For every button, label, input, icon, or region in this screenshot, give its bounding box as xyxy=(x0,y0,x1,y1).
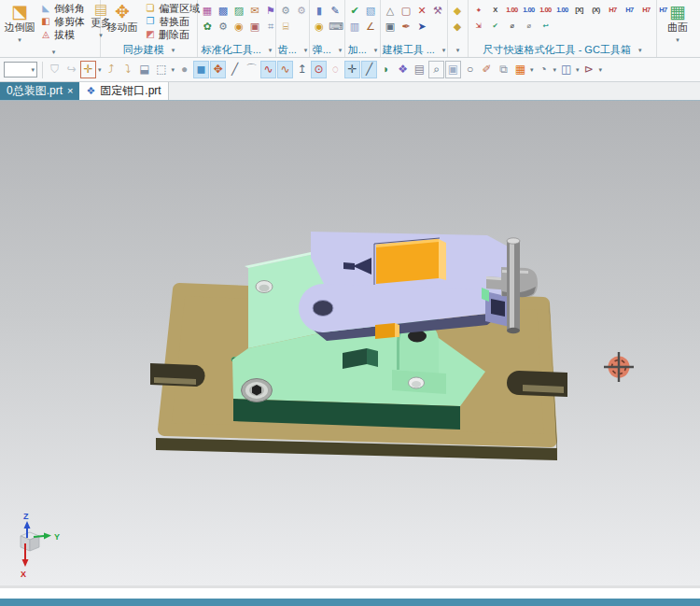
nav-tool-icon[interactable]: ➤ xyxy=(415,20,428,33)
layer-stack-icon[interactable]: ▤ xyxy=(413,62,427,78)
spring-table-icon[interactable]: ⌨ xyxy=(329,20,342,33)
delete-feature-icon[interactable]: ✕ xyxy=(415,4,428,17)
surface-button[interactable]: ▦ 曲面 ▾ xyxy=(659,2,696,46)
std-group-label[interactable]: 标准化工具... ▾ xyxy=(198,43,275,57)
gc-tol-2-icon[interactable]: 1.00 xyxy=(522,4,536,17)
wcs-grid-icon[interactable]: ▦ xyxy=(513,62,527,78)
gc-datum-dim-icon[interactable]: ⌖ xyxy=(471,4,485,17)
extra-group-caret[interactable]: ▾ xyxy=(456,47,460,54)
triangle-mesh-icon[interactable]: △ xyxy=(384,4,397,17)
point-vertical-icon[interactable]: ↥ xyxy=(295,62,309,78)
process-group-label[interactable]: 加... ▾ xyxy=(345,43,380,57)
selection-filter-caret[interactable]: ▾ xyxy=(31,66,35,74)
gear-cylindrical-icon[interactable]: ⚙ xyxy=(279,4,292,17)
snap-point-icon[interactable]: ⛉ xyxy=(48,62,62,78)
std-grid-icon[interactable]: ⌗ xyxy=(264,20,277,33)
snap-arrow-icon[interactable]: ↪ xyxy=(64,62,78,78)
rotate-back-icon[interactable]: ⤵ xyxy=(121,62,135,78)
gc-tol-3-icon[interactable]: 1.00 xyxy=(539,4,553,17)
point-plus-icon[interactable]: ✛ xyxy=(345,62,359,78)
face-fillet-icon[interactable]: ◗ xyxy=(379,62,393,78)
extra-group-label[interactable]: ▾ xyxy=(448,43,468,57)
window-tool-icon[interactable]: ▣ xyxy=(384,20,397,33)
std-export-icon[interactable]: ✉ xyxy=(248,4,261,17)
gear-rack-icon[interactable]: ⌸ xyxy=(279,20,292,33)
edge-blend-button[interactable]: ⬔ 边倒圆 ▾ xyxy=(3,2,36,46)
gc-check-dim-icon[interactable]: ✔ xyxy=(488,20,502,33)
circle-dashed-icon[interactable]: ◌ xyxy=(329,62,343,78)
offset-region-button[interactable]: ❏ 偏置区域 xyxy=(145,2,200,15)
studio-spline-icon[interactable]: ∿ xyxy=(261,62,275,78)
std-coin-icon[interactable]: ◉ xyxy=(232,20,245,33)
gc-fit-h7-b-icon[interactable]: H7 xyxy=(623,4,637,17)
small-window-icon[interactable]: ▢ xyxy=(399,4,413,17)
rotate-up-icon[interactable]: ⤴ xyxy=(105,62,119,78)
std-group-caret[interactable]: ▾ xyxy=(269,47,273,54)
trim-body-button[interactable]: ◧ 修剪体 xyxy=(40,15,85,28)
move-face-button[interactable]: ✥ 移动面 xyxy=(104,2,141,34)
sync-group-caret[interactable]: ▾ xyxy=(172,47,175,54)
gc-group-label[interactable]: 尺寸快速格式化工具 - GC工具箱 ▾ xyxy=(469,43,656,57)
gc-dia-2-icon[interactable]: ⌀ xyxy=(522,20,536,33)
wcs-grid-caret[interactable]: ▾ xyxy=(530,66,534,74)
gc-x-box-icon[interactable]: [X] xyxy=(572,4,586,17)
select-rect-caret[interactable]: ▾ xyxy=(172,66,175,74)
std-plant-icon[interactable]: ✿ xyxy=(201,20,214,33)
replace-face-button[interactable]: ❐ 替换面 xyxy=(145,15,200,28)
std-gear-icon[interactable]: ⚙ xyxy=(217,20,230,33)
erase-sketch-icon[interactable]: ✐ xyxy=(480,62,494,78)
std-frame-icon[interactable]: ▦ xyxy=(201,4,214,17)
move-object-icon[interactable]: ✥ xyxy=(211,62,225,78)
gc-tol-1-icon[interactable]: 1.00 xyxy=(505,4,519,17)
arc-tool-icon[interactable]: ⌒ xyxy=(245,62,259,78)
std-parts-icon[interactable]: ⚑ xyxy=(264,4,277,17)
spring-compression-icon[interactable]: ▮ xyxy=(313,4,326,17)
spring-design-icon[interactable]: ✎ xyxy=(329,4,342,17)
gc-leader-icon[interactable]: ⇲ xyxy=(471,20,485,33)
face-analysis-caret[interactable]: ▾ xyxy=(553,66,557,74)
sheet-body-icon[interactable]: ❖ xyxy=(396,62,410,78)
gc-tol-4-icon[interactable]: 1.00 xyxy=(555,4,569,17)
gc-undo-dim-icon[interactable]: ↩ xyxy=(539,20,553,33)
point-dialog-caret[interactable]: ▾ xyxy=(98,66,102,74)
std-stamp-icon[interactable]: ▣ xyxy=(248,20,261,33)
line-tool-icon[interactable]: ╱ xyxy=(228,62,242,78)
feature-replay-icon[interactable]: ⚒ xyxy=(431,4,444,17)
feature-group-label[interactable]: ▾ xyxy=(0,48,100,57)
graphics-window[interactable]: Z Y X xyxy=(0,101,700,585)
tab-assembly[interactable]: 0总装图.prt × xyxy=(0,82,79,100)
tab-fixed-jaw[interactable]: ❖ 固定钳口.prt xyxy=(79,82,168,100)
gear-group-caret[interactable]: ▾ xyxy=(304,47,308,54)
process-group-caret[interactable]: ▾ xyxy=(374,47,378,54)
spring-group-label[interactable]: 弹... ▾ xyxy=(310,43,344,57)
spring-group-caret[interactable]: ▾ xyxy=(339,47,343,54)
measure-tool-icon[interactable]: ✒ xyxy=(399,20,413,33)
sync-group-label[interactable]: 同步建模 ▾ xyxy=(101,43,197,57)
shaded-view-icon[interactable]: ◼ xyxy=(194,62,208,78)
extra-tool-a-icon[interactable]: ◆ xyxy=(451,4,464,17)
sphere-display-icon[interactable]: ● xyxy=(177,62,191,78)
chamfer-button[interactable]: ◣ 倒斜角 xyxy=(40,2,85,15)
gc-fit-h7-a-icon[interactable]: H7 xyxy=(606,4,620,17)
surface-caret[interactable]: ▾ xyxy=(676,34,679,46)
tab-assembly-close-icon[interactable]: × xyxy=(67,86,73,96)
point-dialog-icon[interactable]: ✛ xyxy=(81,62,95,78)
gc-group-caret[interactable]: ▾ xyxy=(638,47,642,54)
angle-check-icon[interactable]: ∠ xyxy=(364,20,377,33)
spring-coil-icon[interactable]: ◉ xyxy=(313,20,326,33)
gc-x-paren-icon[interactable]: (X) xyxy=(589,4,603,17)
extra-tool-b-icon[interactable]: ◆ xyxy=(451,20,464,33)
draft-button[interactable]: ◬ 拔模 xyxy=(40,28,85,41)
edge-blend-caret[interactable]: ▾ xyxy=(18,34,21,46)
gc-fit-h7-c-icon[interactable]: H7 xyxy=(639,4,653,17)
check-model-icon[interactable]: ✔ xyxy=(348,4,361,17)
datum-csys-icon[interactable]: ⬓ xyxy=(138,62,152,78)
part-quality-icon[interactable]: ▧ xyxy=(364,4,377,17)
gear-group-label[interactable]: 齿... ▾ xyxy=(276,43,309,57)
face-analysis-icon[interactable]: ◔ xyxy=(537,62,551,78)
render-filter-caret[interactable]: ▾ xyxy=(599,66,603,74)
view-cube-caret[interactable]: ▾ xyxy=(576,66,580,74)
gc-dia-1-icon[interactable]: ⌀ xyxy=(505,20,519,33)
image-view-icon[interactable]: ▣ xyxy=(446,62,460,78)
modeling-group-caret[interactable]: ▾ xyxy=(442,47,446,54)
